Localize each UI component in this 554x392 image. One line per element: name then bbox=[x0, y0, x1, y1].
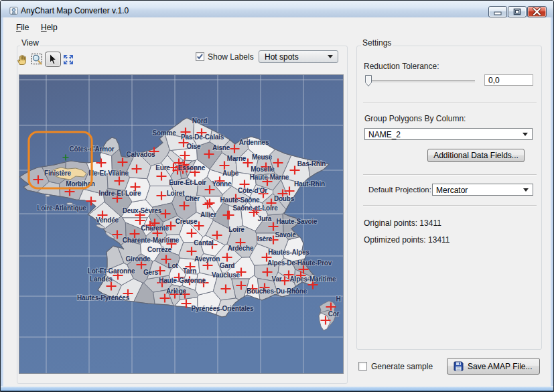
svg-text:Vaucluse: Vaucluse bbox=[212, 271, 240, 279]
svg-text:Aube: Aube bbox=[222, 170, 239, 177]
svg-text:Pyrénées-Orientales: Pyrénées-Orientales bbox=[192, 305, 255, 312]
svg-text:H: H bbox=[336, 296, 340, 303]
svg-text:Isère: Isère bbox=[257, 235, 273, 243]
svg-text:Essonne: Essonne bbox=[178, 164, 206, 172]
svg-text:Marne: Marne bbox=[227, 155, 247, 162]
svg-text:Loire: Loire bbox=[228, 226, 245, 233]
svg-text:Charente-Maritime: Charente-Maritime bbox=[123, 237, 180, 244]
svg-text:Côte-d'Or: Côte-d'Or bbox=[238, 187, 267, 194]
svg-text:Pas-De-Calais: Pas-De-Calais bbox=[181, 133, 224, 141]
svg-text:Eure-Et-Loir: Eure-Et-Loir bbox=[169, 179, 206, 186]
svg-text:Somme: Somme bbox=[152, 129, 176, 137]
svg-text:Lot-Et-Garonne: Lot-Et-Garonne bbox=[88, 267, 135, 275]
svg-text:Alpes-Maritime: Alpes-Maritime bbox=[290, 275, 337, 283]
svg-text:Cor: Cor bbox=[328, 310, 340, 318]
svg-text:Haute-Marne: Haute-Marne bbox=[250, 174, 289, 181]
svg-text:Aisne: Aisne bbox=[212, 144, 230, 151]
svg-text:Haute-Saône: Haute-Saône bbox=[220, 196, 261, 204]
svg-text:Hautes-Alpes: Hautes-Alpes bbox=[268, 249, 309, 256]
svg-text:Landes: Landes bbox=[90, 275, 113, 283]
svg-text:Haut-Rhin: Haut-Rhin bbox=[294, 180, 325, 188]
svg-text:Saône-et-Loire: Saône-et-Loire bbox=[232, 204, 278, 212]
svg-text:Gard: Gard bbox=[220, 262, 235, 269]
svg-text:Gers: Gers bbox=[143, 269, 159, 276]
svg-text:Lot: Lot bbox=[168, 262, 179, 269]
svg-text:Jura: Jura bbox=[258, 215, 272, 222]
svg-text:Yonne: Yonne bbox=[212, 180, 232, 188]
svg-text:Oise: Oise bbox=[187, 143, 202, 150]
svg-text:Loire-Atlantique: Loire-Atlantique bbox=[37, 204, 86, 212]
svg-text:Bouches-Du-Rhône: Bouches-Du-Rhône bbox=[247, 287, 307, 295]
svg-text:Creuse: Creuse bbox=[176, 218, 198, 225]
svg-text:Savoie: Savoie bbox=[275, 231, 296, 239]
svg-text:Alpes-De-Haute-Prov: Alpes-De-Haute-Prov bbox=[267, 259, 332, 267]
svg-text:Haute-Garonne: Haute-Garonne bbox=[159, 277, 206, 284]
svg-text:Haute-Savoie: Haute-Savoie bbox=[277, 218, 318, 225]
svg-text:Allier: Allier bbox=[200, 211, 216, 218]
svg-text:Ardèche: Ardèche bbox=[228, 245, 254, 252]
svg-text:Vendée: Vendée bbox=[96, 216, 119, 224]
svg-text:Doubs: Doubs bbox=[274, 195, 295, 202]
svg-text:Meuse: Meuse bbox=[252, 153, 273, 161]
svg-text:Bas-Rhin: Bas-Rhin bbox=[297, 160, 326, 168]
svg-text:Ille-Et-Vilaine: Ille-Et-Vilaine bbox=[88, 170, 129, 177]
svg-text:Charente: Charente bbox=[141, 224, 169, 232]
svg-text:Aveyron: Aveyron bbox=[194, 255, 220, 263]
svg-text:Tarn: Tarn bbox=[183, 267, 196, 275]
svg-text:Hautes-Pyrénées: Hautes-Pyrénées bbox=[77, 294, 130, 302]
svg-text:Moselle: Moselle bbox=[251, 166, 275, 173]
svg-text:Corrèze: Corrèze bbox=[147, 246, 171, 253]
svg-text:Loiret: Loiret bbox=[167, 190, 185, 197]
svg-text:Gironde: Gironde bbox=[126, 255, 151, 263]
svg-text:Eure: Eure bbox=[155, 164, 170, 172]
svg-text:Deux-Sèvres: Deux-Sèvres bbox=[123, 207, 162, 214]
svg-text:Indre-Et-Loire: Indre-Et-Loire bbox=[99, 190, 141, 197]
svg-text:Ardennes: Ardennes bbox=[239, 139, 269, 146]
svg-text:Finistère: Finistère bbox=[44, 170, 72, 177]
svg-text:Cher: Cher bbox=[185, 195, 200, 202]
svg-text:Var: Var bbox=[272, 275, 282, 283]
svg-text:Nord: Nord bbox=[192, 117, 208, 125]
svg-text:Ariège: Ariège bbox=[166, 287, 187, 295]
svg-text:Cantal: Cantal bbox=[194, 239, 214, 247]
svg-text:Calvados: Calvados bbox=[127, 151, 156, 158]
